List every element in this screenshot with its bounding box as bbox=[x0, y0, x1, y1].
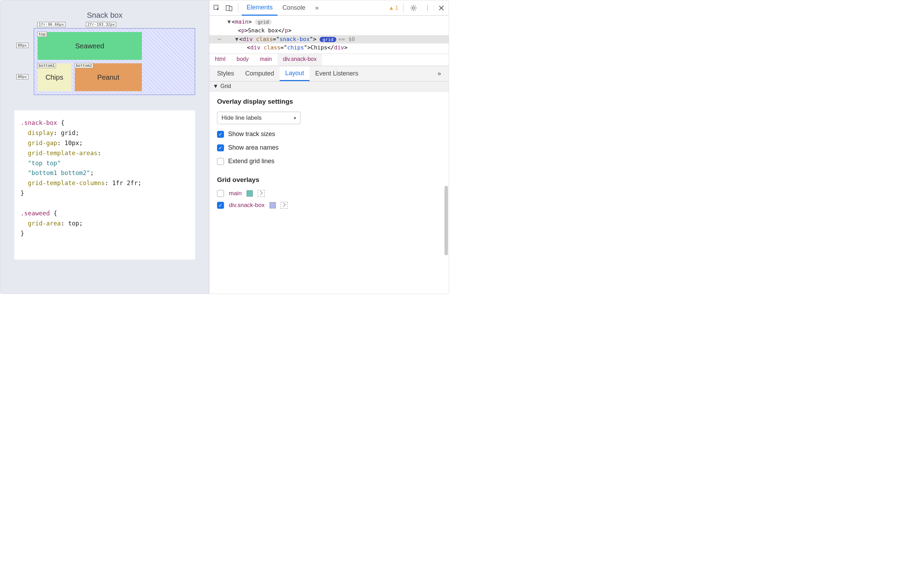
area-label-top: top bbox=[37, 32, 47, 37]
dom-node-p[interactable]: <p>Snack box</p> bbox=[209, 26, 449, 35]
warning-icon: ▲ bbox=[389, 5, 394, 11]
overlay-settings-title: Overlay display settings bbox=[217, 98, 441, 105]
area-label-bottom2: bottom2 bbox=[74, 63, 93, 68]
gear-icon[interactable] bbox=[408, 3, 419, 13]
crumb-main[interactable]: main bbox=[254, 54, 278, 66]
grid-overlays-title: Grid overlays bbox=[217, 176, 441, 184]
opt-area-names[interactable]: ✓ Show area names bbox=[217, 144, 441, 151]
devtools-toolbar: Elements Console » ▲1 ⋮ bbox=[209, 0, 449, 15]
cell-seaweed: Seaweed bbox=[38, 32, 142, 60]
tab-console[interactable]: Console bbox=[278, 1, 310, 15]
subtab-more[interactable]: » bbox=[432, 67, 447, 80]
scrollbar-thumb[interactable] bbox=[444, 186, 448, 256]
crumb-html[interactable]: html bbox=[209, 54, 231, 66]
css-code-block: .snack-box { display: grid; grid-gap: 10… bbox=[14, 110, 195, 260]
kebab-icon[interactable]: ⋮ bbox=[422, 3, 433, 13]
subtab-computed[interactable]: Computed bbox=[240, 67, 280, 80]
styles-tabs: Styles Computed Layout Event Listeners » bbox=[209, 66, 449, 82]
color-swatch[interactable] bbox=[247, 190, 253, 197]
snack-box-grid: Seaweed Chips Peanut bbox=[34, 28, 195, 95]
checkbox-icon[interactable]: ✓ bbox=[217, 202, 224, 209]
devtools-panel: Elements Console » ▲1 ⋮ ▼<main> grid <p>… bbox=[209, 0, 449, 294]
crumb-body[interactable]: body bbox=[231, 54, 254, 66]
page-viewport: Snack box 1fr·96.66px 2fr·193.32px 80px … bbox=[0, 0, 209, 294]
dom-node-main[interactable]: ▼<main> grid bbox=[209, 18, 449, 26]
checkbox-icon[interactable] bbox=[217, 158, 224, 165]
tab-elements[interactable]: Elements bbox=[242, 0, 278, 15]
area-label-bottom1: bottom1 bbox=[37, 63, 56, 68]
overlay-main[interactable]: main bbox=[217, 190, 441, 197]
inspect-icon[interactable] bbox=[211, 3, 222, 13]
dom-tree[interactable]: ▼<main> grid <p>Snack box</p> ⋯▼<div cla… bbox=[209, 15, 449, 54]
col-label-1: 1fr·96.66px bbox=[37, 22, 65, 27]
close-icon[interactable] bbox=[436, 3, 447, 13]
breadcrumb: html body main div.snack-box bbox=[209, 54, 449, 66]
subtab-layout[interactable]: Layout bbox=[280, 66, 309, 81]
grid-section-header[interactable]: ▼Grid bbox=[209, 82, 449, 91]
checkbox-icon[interactable] bbox=[217, 190, 224, 197]
overlay-snackbox[interactable]: ✓ div.snack-box bbox=[217, 202, 441, 209]
layout-panel: ▼Grid Overlay display settings Hide line… bbox=[209, 82, 449, 294]
row-label-2: 80px bbox=[16, 74, 29, 79]
row-label-1: 80px bbox=[16, 43, 29, 48]
checkbox-icon[interactable]: ✓ bbox=[217, 145, 224, 151]
opt-extend-lines[interactable]: Extend grid lines bbox=[217, 158, 441, 165]
col-label-2: 2fr·193.32px bbox=[86, 22, 116, 27]
device-icon[interactable] bbox=[224, 3, 234, 13]
reveal-icon[interactable] bbox=[258, 190, 264, 197]
opt-track-sizes[interactable]: ✓ Show track sizes bbox=[217, 131, 441, 138]
svg-point-3 bbox=[412, 7, 415, 9]
svg-rect-2 bbox=[229, 7, 232, 11]
warning-badge[interactable]: ▲1 bbox=[389, 5, 398, 11]
color-swatch[interactable] bbox=[269, 202, 276, 208]
subtab-styles[interactable]: Styles bbox=[211, 67, 240, 80]
subtab-events[interactable]: Event Listeners bbox=[309, 67, 364, 80]
chevron-down-icon: ▼ bbox=[213, 83, 218, 89]
dom-node-chips[interactable]: <div class="chips">Chips</div> bbox=[209, 43, 449, 52]
crumb-snackbox[interactable]: div.snack-box bbox=[278, 54, 322, 66]
page-title: Snack box bbox=[14, 11, 195, 20]
tab-more[interactable]: » bbox=[310, 1, 323, 15]
separator bbox=[238, 3, 238, 12]
dom-node-selected[interactable]: ⋯▼<div class="snack-box"> grid== $0 bbox=[209, 35, 449, 44]
separator bbox=[403, 3, 403, 12]
reveal-icon[interactable] bbox=[281, 202, 288, 209]
main-tabs: Elements Console » bbox=[242, 0, 323, 15]
line-labels-select[interactable]: Hide line labels bbox=[217, 112, 300, 124]
grid-overlay-area: 1fr·96.66px 2fr·193.32px 80px 80px top b… bbox=[34, 28, 195, 95]
checkbox-icon[interactable]: ✓ bbox=[217, 131, 224, 138]
